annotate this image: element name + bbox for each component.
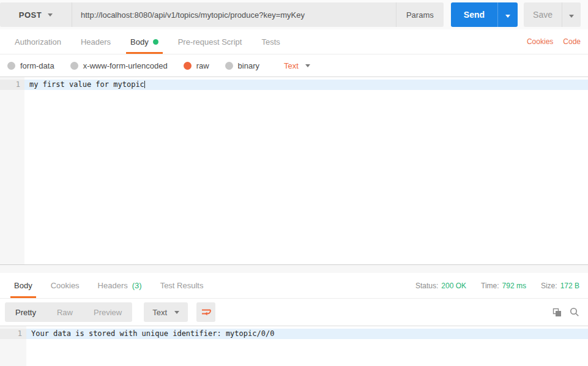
response-view-switch: Pretty Raw Preview <box>5 302 132 322</box>
save-button[interactable]: Save <box>524 2 562 27</box>
response-meta: Status: 200 OK Time: 792 ms Size: 172 B <box>415 273 579 298</box>
view-pretty-button[interactable]: Pretty <box>5 302 47 322</box>
tab-label: Authorization <box>15 37 61 47</box>
tab-authorization[interactable]: Authorization <box>5 29 71 54</box>
response-tab-headers[interactable]: Headers (3) <box>89 273 151 298</box>
green-dot-icon <box>153 39 158 45</box>
chevron-down-icon <box>174 311 179 314</box>
line-number-gutter: 1 <box>0 326 26 366</box>
time-label: Time: <box>481 282 499 290</box>
code-text: my first value for mytopic <box>29 80 144 89</box>
time-value: 792 ms <box>502 282 526 290</box>
response-tab-cookies[interactable]: Cookies <box>42 273 89 298</box>
request-body-content[interactable]: my first value for mytopic <box>24 77 588 264</box>
code-text: Your data is stored with unique identifi… <box>31 329 274 338</box>
size-value: 172 B <box>560 282 579 290</box>
method-label: POST <box>19 10 42 20</box>
line-number-gutter: 1 <box>0 77 24 264</box>
radio-binary[interactable]: binary <box>225 61 259 70</box>
radio-label: binary <box>238 61 259 70</box>
tab-label: Test Results <box>160 281 204 290</box>
time-meta: Time: 792 ms <box>481 282 526 290</box>
view-preview-button[interactable]: Preview <box>83 302 132 322</box>
code-line: my first value for mytopic <box>24 80 588 90</box>
format-label: Text <box>284 61 299 70</box>
radio-x-www-form-urlencoded[interactable]: x-www-form-urlencoded <box>70 61 168 70</box>
method-dropdown[interactable]: POST <box>0 2 72 27</box>
format-label: Text <box>152 308 167 317</box>
size-meta: Size: 172 B <box>541 282 579 290</box>
chevron-down-icon <box>48 13 53 17</box>
response-format-dropdown[interactable]: Text <box>144 302 188 322</box>
chevron-down-icon <box>505 15 510 18</box>
wrap-text-button[interactable] <box>196 302 215 322</box>
request-links: Cookies Code <box>527 29 581 54</box>
send-options-button[interactable] <box>497 2 518 27</box>
save-options-button[interactable] <box>562 2 581 27</box>
section-divider <box>0 265 588 273</box>
radio-label: x-www-form-urlencoded <box>83 61 168 70</box>
chevron-down-icon <box>305 64 310 67</box>
url-input[interactable] <box>72 2 396 27</box>
code-link[interactable]: Code <box>563 37 581 46</box>
radio-icon <box>225 62 233 70</box>
line-number: 1 <box>0 329 26 339</box>
tab-label: Body <box>130 37 149 47</box>
request-tabs: Authorization Headers Body Pre-request S… <box>0 29 588 54</box>
cookies-link[interactable]: Cookies <box>527 37 553 46</box>
wrap-text-icon <box>201 308 211 316</box>
radio-icon <box>70 62 78 70</box>
body-format-dropdown[interactable]: Text <box>284 61 310 70</box>
tab-pre-request-script[interactable]: Pre-request Script <box>168 29 252 54</box>
tab-label: Headers <box>98 281 128 290</box>
radio-icon <box>7 62 15 70</box>
response-header: Body Cookies Headers (3) Test Results St… <box>0 273 588 299</box>
request-body-editor[interactable]: 1 my first value for mytopic <box>0 77 588 265</box>
save-split-button: Save <box>524 2 581 27</box>
radio-form-data[interactable]: form-data <box>7 61 54 70</box>
size-label: Size: <box>541 282 557 290</box>
line-number: 1 <box>0 80 24 90</box>
search-button[interactable] <box>570 307 579 317</box>
tab-label: Pre-request Script <box>178 37 242 47</box>
response-body-content: Your data is stored with unique identifi… <box>26 326 588 366</box>
response-tab-body[interactable]: Body <box>5 273 42 298</box>
request-bar: POST Params Send Save <box>0 0 588 29</box>
response-toolbar: Pretty Raw Preview Text <box>0 299 588 326</box>
send-split-button: Send <box>451 2 518 27</box>
send-button[interactable]: Send <box>451 2 497 27</box>
chevron-down-icon <box>569 15 574 18</box>
text-cursor <box>144 81 145 88</box>
body-type-row: form-data x-www-form-urlencoded raw bina… <box>0 54 588 77</box>
status-label: Status: <box>415 282 438 290</box>
tab-label: Tests <box>261 37 280 47</box>
tab-label: Cookies <box>51 281 80 290</box>
headers-count-badge: (3) <box>132 281 142 290</box>
params-button[interactable]: Params <box>396 2 444 27</box>
view-raw-button[interactable]: Raw <box>47 302 83 322</box>
search-icon <box>570 307 579 317</box>
copy-icon <box>553 308 562 317</box>
tab-label: Headers <box>81 37 111 47</box>
response-tab-test-results[interactable]: Test Results <box>151 273 213 298</box>
status-meta: Status: 200 OK <box>415 282 466 290</box>
copy-button[interactable] <box>553 308 562 317</box>
status-value: 200 OK <box>441 282 466 290</box>
radio-label: form-data <box>20 61 54 70</box>
tab-tests[interactable]: Tests <box>251 29 289 54</box>
tab-body[interactable]: Body <box>121 29 168 54</box>
response-body-editor[interactable]: 1 Your data is stored with unique identi… <box>0 326 588 366</box>
radio-raw[interactable]: raw <box>184 61 209 70</box>
radio-label: raw <box>196 61 209 70</box>
radio-selected-icon <box>184 62 192 70</box>
response-tool-icons <box>553 307 579 317</box>
url-group: POST Params <box>0 2 444 27</box>
tab-headers[interactable]: Headers <box>71 29 121 54</box>
tab-label: Body <box>14 281 32 290</box>
code-line: Your data is stored with unique identifi… <box>26 329 588 339</box>
